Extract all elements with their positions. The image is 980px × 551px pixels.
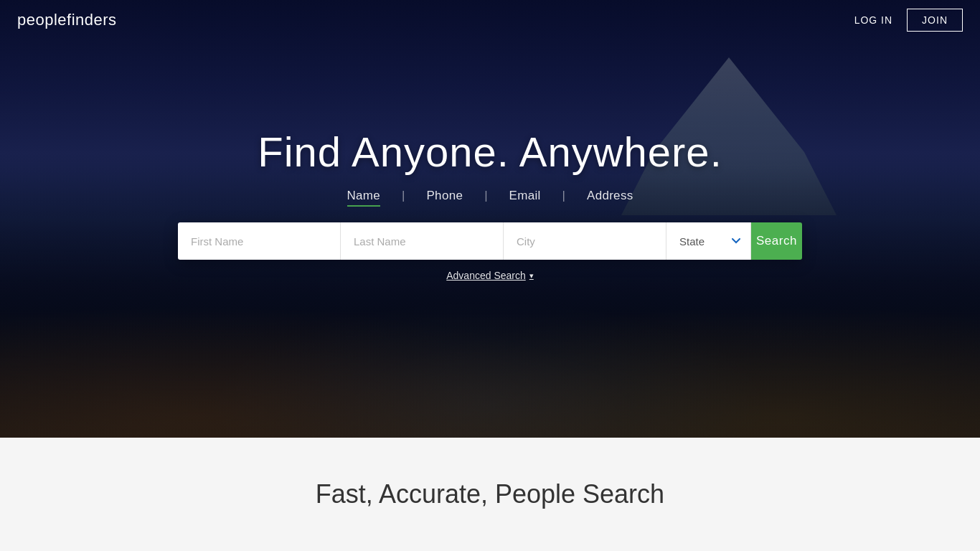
- brand-logo[interactable]: peoplefinders: [17, 11, 117, 29]
- search-form: State Alabama Alaska Arizona Arkansas Ca…: [178, 222, 802, 260]
- navbar: peoplefinders LOG IN JOIN: [0, 0, 980, 40]
- hero-section: Find Anyone. Anywhere. Name | Phone | Em…: [0, 0, 980, 438]
- below-fold-title: Fast, Accurate, People Search: [316, 479, 664, 509]
- tab-phone[interactable]: Phone: [426, 189, 463, 207]
- state-select[interactable]: State Alabama Alaska Arizona Arkansas Ca…: [666, 222, 751, 260]
- tab-name[interactable]: Name: [347, 189, 381, 207]
- tab-email[interactable]: Email: [509, 189, 541, 207]
- tab-divider-2: |: [484, 189, 487, 207]
- first-name-input[interactable]: [178, 222, 341, 260]
- advanced-search-link[interactable]: Advanced Search ▾: [446, 270, 534, 281]
- search-button[interactable]: Search: [751, 222, 802, 260]
- hero-title: Find Anyone. Anywhere.: [258, 128, 722, 176]
- login-button[interactable]: LOG IN: [854, 14, 892, 26]
- tab-divider-3: |: [562, 189, 565, 207]
- hero-content: Find Anyone. Anywhere. Name | Phone | Em…: [178, 128, 802, 281]
- advanced-search-label: Advanced Search: [446, 270, 526, 281]
- search-type-tabs: Name | Phone | Email | Address: [347, 189, 633, 207]
- below-fold-section: Fast, Accurate, People Search: [0, 438, 980, 551]
- join-button[interactable]: JOIN: [907, 9, 963, 32]
- tab-divider-1: |: [402, 189, 405, 207]
- last-name-input[interactable]: [341, 222, 504, 260]
- navbar-actions: LOG IN JOIN: [854, 9, 963, 32]
- tab-address[interactable]: Address: [587, 189, 633, 207]
- chevron-down-icon: ▾: [529, 271, 534, 281]
- city-input[interactable]: [504, 222, 666, 260]
